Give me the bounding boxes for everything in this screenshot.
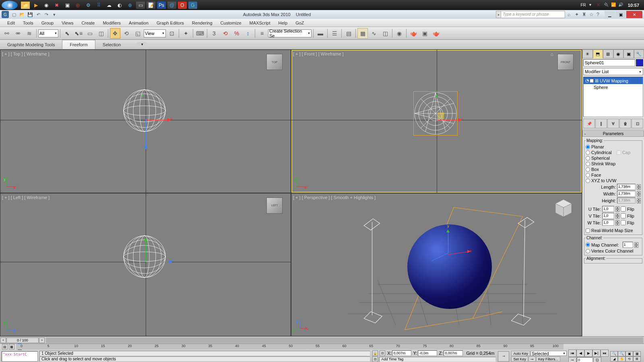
manipulate-icon[interactable]: ✦: [181, 28, 191, 39]
goto-start-icon[interactable]: ⏮: [568, 350, 576, 357]
pan-icon[interactable]: ✋: [618, 356, 625, 362]
taskbar-app-icon[interactable]: ☁: [105, 2, 114, 9]
coord-display-icon[interactable]: ⊡: [380, 350, 385, 356]
ribbon-toggle-icon[interactable]: ▦: [357, 28, 368, 39]
orbit-icon[interactable]: ⟲: [625, 356, 633, 362]
viewport-label[interactable]: [ + ] [ Top ] [ Wireframe ]: [2, 51, 49, 56]
percent-snap-icon[interactable]: %: [231, 28, 242, 39]
viewport-label[interactable]: [ + ] [ Front ] [ Wireframe ]: [293, 51, 344, 56]
keyfilters-button[interactable]: Key Filters...: [536, 356, 560, 362]
bind-spacewarp-icon[interactable]: ≋: [24, 28, 35, 39]
make-unique-icon[interactable]: ∀: [607, 119, 619, 128]
maximize-viewport-icon[interactable]: ⊞: [633, 356, 641, 362]
vertexcolor-radio[interactable]: [586, 249, 590, 253]
qat-more-icon[interactable]: ▾: [51, 11, 58, 18]
select-window-icon[interactable]: ◫: [96, 28, 106, 39]
trackbar-filter-icon[interactable]: ▦: [9, 344, 14, 350]
angle-snap-icon[interactable]: ⟲: [220, 28, 231, 39]
qat-redo-icon[interactable]: ↷: [43, 11, 50, 18]
tray-network-icon[interactable]: 📶: [611, 2, 617, 8]
vflip-checkbox[interactable]: [621, 213, 626, 218]
remove-modifier-icon[interactable]: 🗑: [619, 119, 631, 128]
modifier-stack-item[interactable]: ◔⊞UVW Mapping: [584, 77, 643, 84]
tray-chevron-icon[interactable]: ▾: [589, 2, 595, 8]
help-icon[interactable]: ?: [597, 12, 602, 17]
object-color-swatch[interactable]: [636, 59, 643, 66]
render-setup-icon[interactable]: 🫖: [408, 28, 419, 39]
mapping-face-radio[interactable]: [586, 173, 590, 177]
maxscript-listener[interactable]: "xxx StartC: [2, 351, 38, 362]
menu-tools[interactable]: Tools: [19, 21, 37, 25]
schematic-view-icon[interactable]: ◫: [380, 28, 390, 39]
menu-goz[interactable]: GoZ: [291, 21, 308, 25]
ribbon-tab-graphite[interactable]: Graphite Modeling Tools: [0, 40, 62, 49]
coord-z-input[interactable]: [444, 350, 463, 356]
viewport-front[interactable]: [ + ] [ Front ] [ Wireframe ] ⌂ FRONT: [291, 50, 582, 193]
spin-up-icon[interactable]: ▲: [637, 191, 641, 194]
taskbar-app-icon[interactable]: ⠿: [94, 2, 103, 9]
menu-grapheditors[interactable]: Graph Editors: [153, 21, 188, 25]
ribbon-tab-freeform[interactable]: Freeform: [62, 40, 95, 49]
mapchannel-radio[interactable]: [586, 243, 590, 247]
add-time-tag[interactable]: Add Time Tag: [379, 357, 496, 362]
utile-spinner[interactable]: 1,0: [602, 206, 614, 212]
mapping-spherical-radio[interactable]: [586, 156, 590, 160]
key-mode-icon[interactable]: ⊸: [498, 351, 509, 362]
modifier-stack-item[interactable]: Sphere: [584, 84, 643, 90]
length-spinner[interactable]: 1,738m: [617, 184, 636, 190]
coord-y-input[interactable]: [418, 350, 437, 356]
start-button[interactable]: [2, 1, 18, 10]
taskbar-app-icon[interactable]: 📝: [147, 2, 155, 9]
select-icon[interactable]: ⬉: [62, 28, 72, 39]
menu-help[interactable]: Help: [275, 21, 292, 25]
timeslider-handle[interactable]: 0 / 100: [6, 337, 39, 343]
time-tag-icon[interactable]: ⊡: [372, 356, 378, 362]
taskbar-app-icon[interactable]: ⊕: [126, 2, 134, 9]
zoom-icon[interactable]: 🔍: [610, 351, 618, 356]
play-icon[interactable]: ▶: [584, 350, 592, 357]
spin-down-icon[interactable]: ▼: [637, 201, 641, 204]
realworld-checkbox[interactable]: [586, 228, 590, 233]
taskbar-app-icon[interactable]: ◎: [73, 2, 82, 9]
next-frame-icon[interactable]: ▶|: [592, 350, 601, 357]
viewcube-home-icon[interactable]: ⌂: [551, 51, 553, 57]
rollout-parameters[interactable]: Parameters: [582, 130, 644, 137]
timeline-ruler[interactable]: 0 5 10 15 20 25 30 35 40 45 50 55 60 65 …: [16, 344, 564, 350]
goto-end-icon[interactable]: ⏭: [601, 350, 609, 357]
app-icon[interactable]: G: [2, 11, 9, 18]
qat-undo-icon[interactable]: ↶: [35, 11, 42, 18]
zoom-extents-icon[interactable]: ▣: [625, 351, 633, 356]
key-step-icon[interactable]: ⊸: [568, 357, 576, 362]
tab-modify-icon[interactable]: ⬒: [593, 49, 603, 58]
named-selection-set[interactable]: Create Selection Se▼: [268, 29, 312, 37]
taskbar-app-icon[interactable]: ▶: [31, 2, 40, 9]
spinner-snap-icon[interactable]: ↕: [243, 28, 253, 39]
ribbon-tab-selection[interactable]: Selection: [95, 40, 128, 49]
lock-selection-icon[interactable]: 🔒: [372, 350, 378, 356]
material-editor-icon[interactable]: ◉: [394, 28, 405, 39]
fov-icon[interactable]: ◢: [610, 356, 618, 362]
uflip-checkbox[interactable]: [621, 206, 626, 212]
qat-save-icon[interactable]: 💾: [27, 11, 34, 18]
taskbar-app-icon[interactable]: O: [178, 2, 187, 9]
viewport-label[interactable]: [ + ] [ Perspective ] [ Smooth + Highlig…: [293, 195, 376, 200]
timeslider-track[interactable]: [46, 337, 643, 343]
tab-motion-icon[interactable]: ◉: [613, 49, 624, 58]
taskbar-app-icon[interactable]: ⚙: [84, 2, 93, 9]
mapping-cylindrical-radio[interactable]: [586, 150, 590, 155]
spin-down-icon[interactable]: ▼: [637, 187, 641, 190]
timeslider-prev-icon[interactable]: <: [0, 337, 6, 343]
coord-x-input[interactable]: [392, 350, 411, 356]
viewcube[interactable]: [553, 197, 574, 218]
menu-rendering[interactable]: Rendering: [188, 21, 217, 25]
prev-frame-icon[interactable]: ◀: [576, 350, 584, 357]
move-icon[interactable]: ✥: [110, 28, 120, 39]
taskbar-app-icon[interactable]: ✖: [52, 2, 61, 9]
taskbar-app-icon[interactable]: ◐: [115, 2, 124, 9]
ribbon-collapse-icon[interactable]: ▼: [136, 42, 148, 47]
time-config-icon[interactable]: ⊡: [593, 357, 601, 362]
menu-modifiers[interactable]: Modifiers: [99, 21, 125, 25]
taskbar-app-icon[interactable]: ▣: [63, 2, 72, 9]
mapping-shrinkwrap-radio[interactable]: [586, 162, 590, 166]
width-spinner[interactable]: 1,738m: [617, 191, 636, 197]
